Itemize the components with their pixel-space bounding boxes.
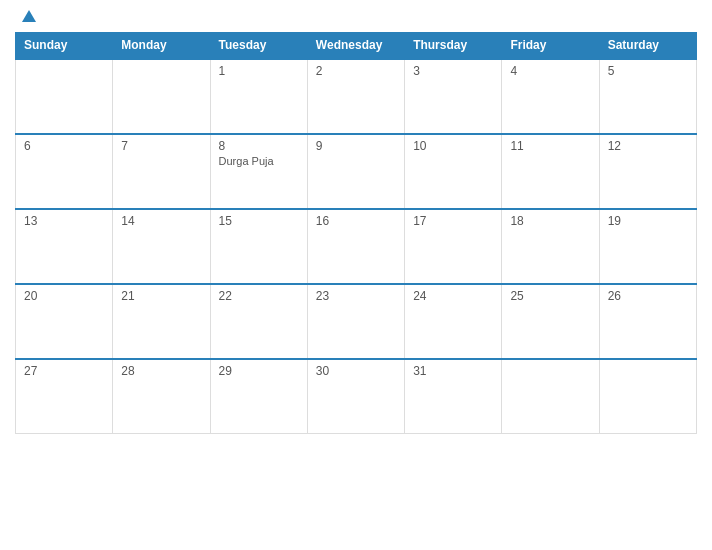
calendar-cell <box>502 359 599 434</box>
day-number: 20 <box>24 289 104 303</box>
day-number: 27 <box>24 364 104 378</box>
logo-triangle-icon <box>22 10 36 22</box>
calendar-cell: 3 <box>405 59 502 134</box>
day-number: 25 <box>510 289 590 303</box>
day-number: 26 <box>608 289 688 303</box>
day-number: 19 <box>608 214 688 228</box>
calendar-cell: 29 <box>210 359 307 434</box>
day-header-tuesday: Tuesday <box>210 33 307 59</box>
day-number: 23 <box>316 289 396 303</box>
days-header-row: SundayMondayTuesdayWednesdayThursdayFrid… <box>16 33 697 59</box>
day-header-wednesday: Wednesday <box>307 33 404 59</box>
day-number: 28 <box>121 364 201 378</box>
week-row-5: 2728293031 <box>16 359 697 434</box>
calendar-cell: 18 <box>502 209 599 284</box>
calendar-cell: 12 <box>599 134 696 209</box>
day-header-monday: Monday <box>113 33 210 59</box>
calendar-cell: 7 <box>113 134 210 209</box>
day-header-thursday: Thursday <box>405 33 502 59</box>
day-number: 3 <box>413 64 493 78</box>
calendar-cell: 27 <box>16 359 113 434</box>
day-number: 11 <box>510 139 590 153</box>
calendar-cell <box>599 359 696 434</box>
calendar-cell: 19 <box>599 209 696 284</box>
calendar-cell: 11 <box>502 134 599 209</box>
calendar-cell: 30 <box>307 359 404 434</box>
calendar-cell: 23 <box>307 284 404 359</box>
day-number: 18 <box>510 214 590 228</box>
calendar-cell: 10 <box>405 134 502 209</box>
week-row-3: 13141516171819 <box>16 209 697 284</box>
day-number: 5 <box>608 64 688 78</box>
calendar-header <box>15 10 697 22</box>
calendar-cell: 15 <box>210 209 307 284</box>
day-number: 15 <box>219 214 299 228</box>
day-number: 17 <box>413 214 493 228</box>
calendar-cell: 6 <box>16 134 113 209</box>
day-header-sunday: Sunday <box>16 33 113 59</box>
day-number: 29 <box>219 364 299 378</box>
calendar-cell: 21 <box>113 284 210 359</box>
day-header-friday: Friday <box>502 33 599 59</box>
calendar-cell: 2 <box>307 59 404 134</box>
day-number: 1 <box>219 64 299 78</box>
calendar-cell: 8Durga Puja <box>210 134 307 209</box>
week-row-1: 12345 <box>16 59 697 134</box>
day-number: 4 <box>510 64 590 78</box>
calendar-container: SundayMondayTuesdayWednesdayThursdayFrid… <box>0 0 712 550</box>
calendar-cell: 17 <box>405 209 502 284</box>
calendar-cell: 13 <box>16 209 113 284</box>
week-row-4: 20212223242526 <box>16 284 697 359</box>
day-number: 8 <box>219 139 299 153</box>
calendar-cell: 24 <box>405 284 502 359</box>
day-number: 10 <box>413 139 493 153</box>
calendar-cell: 5 <box>599 59 696 134</box>
calendar-cell: 14 <box>113 209 210 284</box>
day-number: 22 <box>219 289 299 303</box>
day-number: 16 <box>316 214 396 228</box>
calendar-table: SundayMondayTuesdayWednesdayThursdayFrid… <box>15 32 697 434</box>
day-number: 13 <box>24 214 104 228</box>
week-row-2: 678Durga Puja9101112 <box>16 134 697 209</box>
calendar-cell: 22 <box>210 284 307 359</box>
calendar-cell: 16 <box>307 209 404 284</box>
calendar-cell: 1 <box>210 59 307 134</box>
day-number: 14 <box>121 214 201 228</box>
calendar-cell <box>113 59 210 134</box>
day-number: 30 <box>316 364 396 378</box>
day-number: 9 <box>316 139 396 153</box>
day-number: 6 <box>24 139 104 153</box>
calendar-cell <box>16 59 113 134</box>
logo <box>20 10 38 22</box>
day-number: 2 <box>316 64 396 78</box>
day-number: 12 <box>608 139 688 153</box>
day-number: 31 <box>413 364 493 378</box>
day-number: 24 <box>413 289 493 303</box>
calendar-cell: 4 <box>502 59 599 134</box>
calendar-cell: 26 <box>599 284 696 359</box>
calendar-cell: 25 <box>502 284 599 359</box>
day-header-saturday: Saturday <box>599 33 696 59</box>
calendar-event: Durga Puja <box>219 155 299 167</box>
calendar-cell: 28 <box>113 359 210 434</box>
calendar-cell: 9 <box>307 134 404 209</box>
day-number: 7 <box>121 139 201 153</box>
day-number: 21 <box>121 289 201 303</box>
calendar-cell: 20 <box>16 284 113 359</box>
calendar-cell: 31 <box>405 359 502 434</box>
